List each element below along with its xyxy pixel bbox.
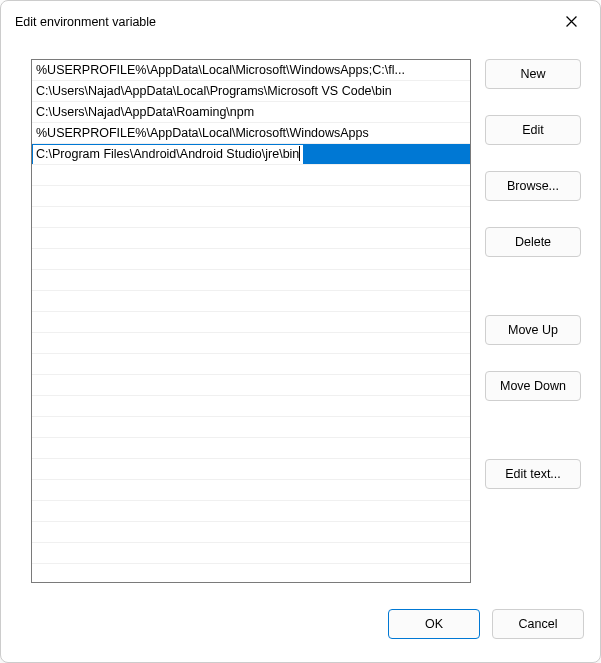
empty-row[interactable]	[32, 459, 470, 480]
list-item[interactable]: %USERPROFILE%\AppData\Local\Microsoft\Wi…	[32, 60, 470, 81]
empty-row[interactable]	[32, 354, 470, 375]
delete-button[interactable]: Delete	[485, 227, 581, 257]
empty-row[interactable]	[32, 375, 470, 396]
empty-row[interactable]	[32, 438, 470, 459]
empty-row[interactable]	[32, 543, 470, 564]
move-down-button[interactable]: Move Down	[485, 371, 581, 401]
edit-env-var-dialog: Edit environment variable %USERPROFILE%\…	[0, 0, 601, 663]
list-item[interactable]: C:\Users\Najad\AppData\Local\Programs\Mi…	[32, 81, 470, 102]
empty-row[interactable]	[32, 480, 470, 501]
empty-row[interactable]	[32, 228, 470, 249]
dialog-footer: OK Cancel	[1, 600, 600, 662]
button-sidebar: New Edit Browse... Delete Move Up Move D…	[485, 59, 581, 600]
text-caret	[299, 146, 300, 161]
window-title: Edit environment variable	[15, 13, 156, 29]
titlebar: Edit environment variable	[1, 1, 600, 41]
browse-button[interactable]: Browse...	[485, 171, 581, 201]
ok-button[interactable]: OK	[388, 609, 480, 639]
empty-row[interactable]	[32, 522, 470, 543]
inline-edit-input[interactable]: C:\Program Files\Android\Android Studio\…	[33, 145, 303, 164]
list-item[interactable]: C:\Users\Najad\AppData\Roaming\npm	[32, 102, 470, 123]
edit-text-button[interactable]: Edit text...	[485, 459, 581, 489]
list-item-editing[interactable]: C:\Program Files\Android\Android Studio\…	[32, 144, 470, 165]
list-item[interactable]: %USERPROFILE%\AppData\Local\Microsoft\Wi…	[32, 123, 470, 144]
path-listbox[interactable]: %USERPROFILE%\AppData\Local\Microsoft\Wi…	[31, 59, 471, 583]
empty-row[interactable]	[32, 186, 470, 207]
close-button[interactable]	[556, 6, 586, 36]
empty-row[interactable]	[32, 165, 470, 186]
empty-row[interactable]	[32, 207, 470, 228]
empty-row[interactable]	[32, 396, 470, 417]
cancel-button[interactable]: Cancel	[492, 609, 584, 639]
new-button[interactable]: New	[485, 59, 581, 89]
move-up-button[interactable]: Move Up	[485, 315, 581, 345]
empty-row[interactable]	[32, 501, 470, 522]
empty-row[interactable]	[32, 312, 470, 333]
inline-edit-value: C:\Program Files\Android\Android Studio\…	[36, 147, 299, 161]
empty-row[interactable]	[32, 249, 470, 270]
edit-button[interactable]: Edit	[485, 115, 581, 145]
dialog-content: %USERPROFILE%\AppData\Local\Microsoft\Wi…	[1, 41, 600, 600]
empty-row[interactable]	[32, 417, 470, 438]
close-icon	[566, 16, 577, 27]
empty-row[interactable]	[32, 270, 470, 291]
empty-row[interactable]	[32, 291, 470, 312]
empty-row[interactable]	[32, 564, 470, 583]
empty-row[interactable]	[32, 333, 470, 354]
